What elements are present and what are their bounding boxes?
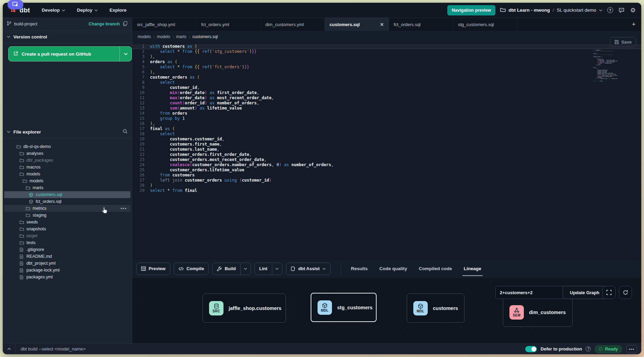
tab-customers-sql[interactable]: customers.sql✕ xyxy=(325,18,389,31)
tab-dim-customers-yml[interactable]: dim_customers.yml xyxy=(261,18,325,31)
tab-fct-orders-yml[interactable]: fct_orders.yml xyxy=(196,18,261,31)
file-tree: db-sl-qs-demoanalysesdbt_packagesmacrosm… xyxy=(3,143,132,280)
file-tree-item-customers-sql[interactable]: customers.sql xyxy=(4,191,130,198)
command-input[interactable]: dbt build --select <model_name> xyxy=(21,346,85,352)
file-tree-item-macros[interactable]: macros xyxy=(4,164,130,171)
panel-tab-lineage[interactable]: Lineage xyxy=(464,259,481,278)
create-pr-dropdown[interactable] xyxy=(119,47,131,61)
help-icon[interactable]: ? xyxy=(607,7,613,13)
file-tree-item-models[interactable]: models xyxy=(4,177,130,184)
nav-item-develop[interactable]: Develop xyxy=(42,8,65,13)
lineage-selector-input[interactable] xyxy=(495,286,563,299)
file-tree-item-staging[interactable]: staging xyxy=(4,212,130,219)
build-dropdown[interactable] xyxy=(240,263,251,275)
update-graph-button[interactable]: Update Graph xyxy=(563,286,607,299)
main-nav: DevelopDeployExplore xyxy=(42,8,126,13)
folder-icon xyxy=(20,227,24,231)
new-tab-button[interactable]: + xyxy=(626,18,641,31)
nav-label: Explore xyxy=(110,8,127,13)
file-tree-item-packages-yml[interactable]: packages.yml xyxy=(4,274,130,280)
crumb-customers-sql[interactable]: customers.sql xyxy=(192,34,218,39)
action-label: Build xyxy=(225,266,236,271)
settings-gear-icon[interactable]: ⚙ xyxy=(630,7,636,13)
file-tree-item-target[interactable]: target xyxy=(4,232,130,239)
lineage-node-customers[interactable]: MDLcustomers xyxy=(407,293,464,323)
nav-item-explore[interactable]: Explore xyxy=(110,8,127,13)
tab-src-jaffle-shop-yml[interactable]: src_jaffle_shop.yml xyxy=(132,18,196,31)
file-tree-item-gitignore[interactable]: .gitignore xyxy=(4,246,130,253)
refresh-icon xyxy=(623,290,628,295)
code-editor[interactable]: 1with customers as (2 select * from {{ r… xyxy=(132,43,641,259)
lint-button[interactable]: Lint xyxy=(254,263,283,275)
status-badge: Ready xyxy=(595,345,622,353)
crumb-marts[interactable]: marts xyxy=(176,34,186,39)
account-switcher[interactable]: dbt Learn - mwong / SL quickstart demo xyxy=(500,8,602,13)
file-tree-item-marts[interactable]: marts xyxy=(4,184,130,191)
file-tree-item-analyses[interactable]: analyses xyxy=(4,150,130,157)
line-number: 4 xyxy=(132,59,145,65)
preview-button[interactable]: Preview xyxy=(136,263,170,275)
crumb-separator-icon: › xyxy=(189,35,190,39)
lineage-node-jaffle-shop-customers[interactable]: SRCjaffle_shop.customers xyxy=(203,293,286,323)
create-pr-button[interactable]: Create a pull request on GitHub xyxy=(8,46,132,61)
defer-help-icon[interactable]: ? xyxy=(586,346,591,352)
status-bar: dbt build --select <model_name> Defer to… xyxy=(3,343,641,354)
row-more-icon[interactable]: ••• xyxy=(120,206,127,211)
save-button[interactable]: Save xyxy=(610,37,636,47)
file-label: macros xyxy=(26,165,41,170)
crumb-models[interactable]: models xyxy=(138,34,151,39)
nav-label: Deploy xyxy=(77,8,92,13)
file-tree-item-dbt-packages[interactable]: dbt_packages xyxy=(4,157,130,164)
feedback-icon[interactable] xyxy=(618,7,625,14)
build-button[interactable]: Build xyxy=(212,263,251,275)
file-tree-item-seeds[interactable]: seeds xyxy=(4,219,130,226)
file-explorer-header[interactable]: File explorer xyxy=(3,126,132,138)
lineage-node-stg-customers[interactable]: MDLstg_customers xyxy=(311,293,377,322)
file-tree-item-package-lock-yml[interactable]: package-lock.yml xyxy=(4,267,130,274)
file-tree-item-dbt-project-yml[interactable]: dbt_project.yml xyxy=(4,260,130,267)
navigation-preview-button[interactable]: Navigation preview xyxy=(447,5,495,15)
presence-badge xyxy=(8,0,23,9)
panel-tab-compiled-code[interactable]: Compiled code xyxy=(419,259,452,278)
account-name: dbt Learn - mwong xyxy=(508,8,550,13)
file-label: models xyxy=(30,178,43,183)
nav-item-deploy[interactable]: Deploy xyxy=(77,8,98,13)
file-icon xyxy=(20,268,24,273)
file-tree-item-tests[interactable]: tests xyxy=(4,239,130,246)
file-tree-item-readme-md[interactable]: README.md xyxy=(4,253,130,260)
editor-minimap[interactable]: with customers as ( select * from {{ ref… xyxy=(593,50,618,82)
compile-button[interactable]: Compile xyxy=(174,263,209,275)
line-number: 11 xyxy=(132,95,145,101)
close-tab-icon[interactable]: ✕ xyxy=(380,22,384,27)
line-number: 7 xyxy=(132,75,145,80)
file-tree-item-models[interactable]: models xyxy=(4,171,130,177)
create-pr-main[interactable]: Create a pull request on GitHub xyxy=(9,47,119,61)
lineage-panel[interactable]: SRCjaffle_shop.customersMDLstg_customers… xyxy=(132,278,641,343)
badge-label: MDL xyxy=(321,309,329,312)
more-options-button[interactable]: ••• xyxy=(626,345,637,353)
dbt-assist-button[interactable]: dbt Assist xyxy=(286,263,331,275)
crumb-models[interactable]: models xyxy=(157,34,170,39)
docs-icon[interactable] xyxy=(123,21,128,27)
defer-toggle[interactable] xyxy=(525,346,537,352)
search-icon[interactable] xyxy=(123,129,128,135)
version-control-header[interactable]: Version control xyxy=(3,31,132,43)
panel-tab-code-quality[interactable]: Code quality xyxy=(379,259,407,278)
panel-tab-results[interactable]: Results xyxy=(351,259,368,278)
file-tree-item-db-sl-qs-demo[interactable]: db-sl-qs-demo xyxy=(4,143,130,150)
file-tree-item-fct-orders-sql[interactable]: fct_orders.sql xyxy=(4,198,130,205)
desktop-background: { "topbar": { "logo_text": "dbt", "nav":… xyxy=(0,0,644,357)
refresh-button[interactable] xyxy=(619,286,632,299)
tab-fct-orders-sql[interactable]: fct_orders.sql xyxy=(389,18,453,31)
code-line: 3), xyxy=(132,54,641,59)
lineage-node-dim-customers[interactable]: SEMdim_customers xyxy=(503,298,573,327)
expand-command-bar-button[interactable] xyxy=(3,344,16,354)
lint-dropdown[interactable] xyxy=(272,263,282,275)
file-tree-item-metrics[interactable]: metrics••• xyxy=(4,205,130,212)
tab-stg-customers-sql[interactable]: stg_customers.sql xyxy=(453,18,517,31)
fullscreen-button[interactable] xyxy=(602,286,616,299)
line-number: 29 xyxy=(132,188,145,193)
change-branch-link[interactable]: Change branch xyxy=(89,22,120,26)
code-line: 19 customers.customer_id, xyxy=(132,137,641,142)
file-tree-item-snapshots[interactable]: snapshots xyxy=(4,226,130,232)
